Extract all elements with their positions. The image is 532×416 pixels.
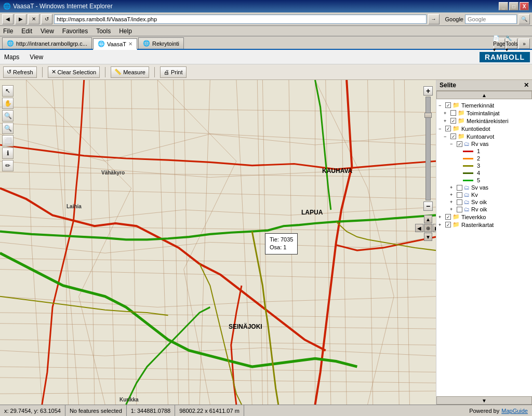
forward-button[interactable]: ▶ bbox=[15, 14, 26, 24]
legend-item-toiminta[interactable]: + 📁 Toimintalinjat bbox=[437, 109, 531, 117]
pan-west-button[interactable]: ◀ bbox=[415, 224, 423, 232]
pan-north-button[interactable]: ▲ bbox=[424, 215, 432, 223]
tab-vaasat[interactable]: 🌐 VaasaT ✕ bbox=[93, 38, 137, 50]
svg-line-33 bbox=[79, 297, 105, 405]
cb-tiemerk[interactable] bbox=[445, 102, 451, 108]
menu-edit[interactable]: Edit bbox=[20, 28, 33, 35]
clear-icon: ✕ bbox=[51, 69, 56, 75]
cb-merkinta[interactable] bbox=[450, 118, 456, 124]
measure-button[interactable]: 📏 Measure bbox=[111, 66, 149, 78]
minimize-button[interactable]: _ bbox=[499, 2, 508, 10]
tool-zoom-out[interactable]: 🔍 bbox=[2, 123, 14, 134]
refresh-button[interactable]: ↺ Refresh bbox=[3, 66, 37, 78]
expand-tiemerk[interactable]: − bbox=[438, 103, 444, 108]
menu-favorites[interactable]: Favorites bbox=[61, 28, 89, 35]
cb-rv-oik[interactable] bbox=[457, 207, 462, 212]
map-container[interactable]: KAUHAVA LAPUA SEINÄJOKI Laihia Vähäkyro … bbox=[0, 80, 436, 405]
expand-sv-oik[interactable]: + bbox=[450, 199, 455, 205]
expand-rv-vas[interactable]: − bbox=[450, 141, 455, 146]
tab-vaasat-close[interactable]: ✕ bbox=[128, 41, 132, 47]
pan-center-button[interactable]: ⊕ bbox=[424, 224, 432, 232]
tab-intranet[interactable]: 🌐 http://intranet.rambollgrp.c... bbox=[2, 37, 92, 49]
status-selection: No features selected bbox=[65, 405, 127, 416]
cb-kuntoarvot[interactable] bbox=[450, 133, 456, 139]
search-go-button[interactable]: 🔍 bbox=[518, 14, 530, 24]
expand-kuntotiedot[interactable]: − bbox=[438, 126, 444, 131]
address-input[interactable] bbox=[54, 15, 427, 24]
svg-line-48 bbox=[131, 80, 137, 405]
expand-rasteri[interactable]: + bbox=[438, 222, 444, 227]
menu-view[interactable]: View bbox=[39, 28, 55, 35]
tool-pan[interactable]: ✋ bbox=[2, 98, 14, 109]
expand-toiminta[interactable]: + bbox=[444, 111, 449, 116]
menu-file[interactable]: File bbox=[2, 28, 14, 35]
legend-item-kuntoarvot[interactable]: − 📁 Kuntoarvot bbox=[437, 132, 531, 140]
expand-rv-oik[interactable]: + bbox=[450, 207, 455, 212]
legend-item-rv-oik[interactable]: + 🗂 Rv oik bbox=[437, 206, 531, 213]
tool-edit[interactable]: ✏ bbox=[2, 160, 14, 171]
tool-select[interactable]: ↖ bbox=[2, 85, 14, 97]
coordinates-text: x: 29.7454, y: 63.1054 bbox=[4, 408, 61, 414]
menu-tools[interactable]: Tools bbox=[95, 28, 112, 35]
tool-zoom-in[interactable]: 🔍 bbox=[2, 110, 14, 122]
tab-more-button[interactable]: » bbox=[518, 38, 530, 49]
close-button[interactable]: X bbox=[520, 2, 529, 10]
go-button[interactable]: → bbox=[428, 14, 440, 24]
color-rv4 bbox=[463, 172, 473, 174]
zoom-in-button[interactable]: + bbox=[423, 86, 433, 96]
cb-rasteri[interactable] bbox=[445, 222, 451, 227]
stop-button[interactable]: ✕ bbox=[28, 14, 39, 24]
app-menu-maps[interactable]: Maps bbox=[2, 52, 21, 62]
svg-line-13 bbox=[32, 243, 42, 405]
cb-kv[interactable] bbox=[457, 192, 462, 198]
expand-sv-vas[interactable]: + bbox=[450, 185, 455, 190]
tab-page-button[interactable]: 📄 Page ▾ bbox=[494, 38, 505, 49]
maximize-button[interactable]: □ bbox=[509, 2, 518, 10]
label-toiminta: Toimintalinjat bbox=[467, 110, 500, 116]
search-input[interactable] bbox=[465, 15, 517, 24]
tab-rekrytointi[interactable]: 🌐 Rekrytointi bbox=[138, 37, 184, 49]
print-button[interactable]: 🖨 Print bbox=[160, 66, 187, 78]
left-toolbar: ↖ ✋ 🔍 🔍 ⬜ ℹ ✏ bbox=[2, 85, 14, 171]
cb-sv-oik[interactable] bbox=[457, 199, 462, 205]
legend-item-sv-vas[interactable]: + 🗂 Sv vas bbox=[437, 184, 531, 191]
expand-merkinta[interactable]: + bbox=[444, 118, 449, 124]
pan-south-button[interactable]: ▼ bbox=[424, 233, 432, 241]
label-sv-vas: Sv vas bbox=[471, 184, 488, 191]
legend-scroll-up[interactable]: ▲ bbox=[436, 91, 532, 99]
legend-content[interactable]: − 📁 Tiemerkinnät + 📁 Toimintalinjat + 📁 … bbox=[436, 99, 532, 396]
expand-kv[interactable]: + bbox=[450, 192, 455, 197]
zoom-track[interactable] bbox=[425, 97, 431, 200]
legend-item-rasteri[interactable]: + 📁 Rasterikartat bbox=[437, 221, 531, 229]
menu-help[interactable]: Help bbox=[118, 28, 133, 35]
svg-line-29 bbox=[184, 210, 289, 215]
expand-tieverkko[interactable]: + bbox=[438, 214, 444, 220]
expand-kuntoarvot[interactable]: − bbox=[444, 134, 449, 139]
cb-tieverkko[interactable] bbox=[445, 214, 451, 220]
app-menu-view[interactable]: View bbox=[28, 52, 45, 62]
reload-button[interactable]: ↺ bbox=[41, 14, 52, 24]
zoom-thumb[interactable] bbox=[424, 113, 432, 118]
tool-zoom-rect[interactable]: ⬜ bbox=[2, 135, 14, 146]
legend-item-tieverkko[interactable]: + 📁 Tieverkko bbox=[437, 213, 531, 221]
clear-selection-button[interactable]: ✕ Clear Selection bbox=[48, 66, 100, 78]
cb-rv-vas[interactable] bbox=[457, 141, 462, 147]
tab-tools-button[interactable]: 🔧 Tools ▾ bbox=[506, 38, 517, 49]
legend-item-sv-oik[interactable]: + 🗂 Sv oik bbox=[437, 198, 531, 206]
window-controls: _ □ X bbox=[499, 2, 529, 10]
cb-kuntotiedot[interactable] bbox=[445, 126, 451, 131]
back-button[interactable]: ◀ bbox=[2, 14, 14, 24]
legend-item-merkinta[interactable]: + 📁 Merkintärekisteri bbox=[437, 117, 531, 125]
legend-item-kv[interactable]: + 🗂 Kv bbox=[437, 191, 531, 198]
legend-item-rv-vas[interactable]: − 🗂 Rv vas bbox=[437, 140, 531, 147]
legend-scroll-down[interactable]: ▼ bbox=[436, 396, 532, 405]
tool-info[interactable]: ℹ bbox=[2, 147, 14, 159]
cb-toiminta[interactable] bbox=[450, 110, 456, 116]
svg-line-26 bbox=[262, 348, 436, 356]
legend-close-button[interactable]: ✕ bbox=[524, 82, 529, 89]
cb-sv-vas[interactable] bbox=[457, 185, 462, 191]
zoom-out-button[interactable]: − bbox=[423, 202, 433, 211]
legend-item-kuntotiedot[interactable]: − 📁 Kuntotiedot bbox=[437, 125, 531, 132]
pan-east-button[interactable]: ▶ bbox=[433, 224, 436, 232]
legend-item-tiemerk[interactable]: − 📁 Tiemerkinnät bbox=[437, 101, 531, 109]
